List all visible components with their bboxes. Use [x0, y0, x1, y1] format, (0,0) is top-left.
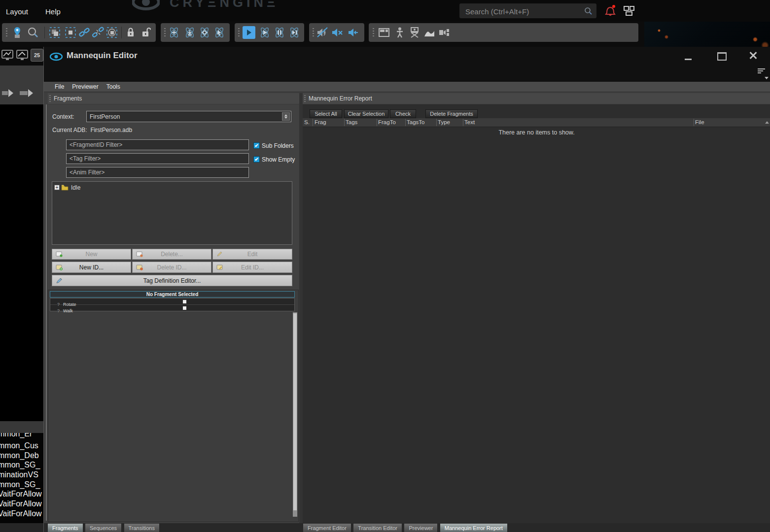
character-icon[interactable] [393, 26, 406, 39]
column-fragto[interactable]: FragTo [378, 119, 396, 125]
unlink-icon[interactable] [92, 26, 105, 39]
column-tagsto[interactable]: TagsTo [407, 119, 424, 125]
fragment-tree[interactable]: + Idle [52, 181, 292, 245]
panel-layout-icon[interactable] [378, 26, 390, 39]
physics-export-icon[interactable] [183, 26, 196, 39]
column-separator[interactable] [313, 119, 313, 126]
zoom-icon[interactable] [27, 26, 39, 39]
menu-help[interactable]: Help [45, 7, 61, 16]
column-separator[interactable] [344, 119, 345, 126]
playback-arrow-icon[interactable] [1, 88, 16, 98]
director-chair-icon[interactable] [408, 26, 421, 39]
tab-transition-editor[interactable]: Transition Editor [353, 524, 402, 532]
layout-windows-icon[interactable] [623, 5, 635, 17]
search-icon[interactable] [584, 6, 593, 15]
drag-handle[interactable] [6, 28, 7, 37]
delete-fragments-button[interactable]: Delete Fragments [425, 109, 478, 118]
physics-add-icon[interactable] [168, 26, 180, 39]
drag-handle[interactable] [373, 28, 374, 37]
close-button[interactable] [749, 51, 757, 59]
zoom-percent-icon[interactable]: 25 [31, 49, 43, 62]
coordinates-pin-icon[interactable] [11, 26, 24, 39]
column-type[interactable]: Type [438, 119, 450, 125]
panel-drag-handle[interactable] [49, 95, 51, 102]
tag-definition-editor-button[interactable]: Tag Definition Editor... [52, 275, 292, 286]
tag-filter-input[interactable]: <Tag Filter> [66, 153, 249, 164]
clear-selection-button[interactable]: Clear Selection [344, 109, 388, 118]
window-menu-tools[interactable]: Tools [103, 83, 124, 90]
minimize-button[interactable] [685, 59, 692, 60]
link-icon[interactable] [78, 26, 91, 39]
window-menu-file[interactable]: File [51, 83, 68, 90]
drag-handle[interactable] [238, 28, 240, 37]
edit-id-button[interactable]: Edit ID... [212, 262, 292, 273]
check-button[interactable]: Check [390, 109, 416, 118]
anim-filter-input[interactable]: <Anim Filter> [66, 167, 249, 178]
unlock-icon[interactable] [139, 26, 152, 39]
global-search-input[interactable] [464, 3, 580, 19]
panel-drag-handle[interactable] [304, 95, 306, 102]
context-combobox[interactable]: FirstPerson [86, 111, 291, 122]
tree-item-label[interactable]: Idle [71, 184, 80, 191]
tab-mannequin-error-report[interactable]: Mannequin Error Report [440, 524, 508, 532]
column-separator[interactable] [463, 119, 463, 126]
context-spinner[interactable] [282, 112, 290, 121]
sub-folders-checkbox[interactable]: ✔ [253, 142, 260, 149]
edit-button[interactable]: Edit [212, 249, 292, 260]
window-titlebar[interactable]: Mannequin Editor [44, 47, 770, 82]
physics-step-icon[interactable] [288, 26, 301, 39]
new-button[interactable]: New [52, 249, 131, 260]
audio-stop-icon[interactable] [331, 26, 344, 39]
column-text[interactable]: Text [464, 119, 475, 125]
panel-menu-icon[interactable] [758, 68, 769, 81]
menu-layout[interactable]: Layout [6, 7, 28, 16]
tab-previewer[interactable]: Previewer [404, 524, 438, 532]
maximize-button[interactable] [717, 52, 727, 61]
playback-arrow-icon[interactable] [19, 88, 35, 98]
show-empty-checkbox[interactable]: ✔ [253, 156, 260, 163]
select-group-icon[interactable] [48, 26, 61, 39]
tag-walk-checkbox[interactable] [182, 306, 187, 310]
chart-monitor-icon[interactable] [16, 49, 29, 62]
physics-play-icon[interactable] [258, 26, 271, 39]
drag-handle[interactable] [313, 28, 314, 37]
fragment-id-filter-input[interactable]: <FragmentID Filter> [66, 139, 249, 150]
column-separator[interactable] [694, 119, 694, 126]
physics-select-icon[interactable] [213, 26, 226, 39]
column-file[interactable]: File [695, 119, 704, 125]
tab-fragments[interactable]: Fragments [48, 524, 83, 532]
tag-panel-scrollbar[interactable] [293, 312, 297, 517]
select-all-button[interactable]: Select All [310, 109, 342, 118]
chart-monitor-icon[interactable] [1, 49, 14, 62]
delete-button[interactable]: Delete... [132, 249, 211, 260]
error-report-panel-header[interactable]: Mannequin Error Report [303, 93, 770, 104]
lock-icon[interactable] [124, 26, 137, 39]
tab-fragment-editor[interactable]: Fragment Editor [303, 524, 351, 532]
column-separator[interactable] [377, 119, 377, 126]
play-icon[interactable] [243, 26, 255, 39]
window-left-rail[interactable] [46, 104, 47, 521]
tag-row-walk[interactable]: Walk [63, 305, 73, 314]
notifications-bell-icon[interactable] [604, 4, 616, 17]
tab-transitions[interactable]: Transitions [124, 524, 160, 532]
curve-graph-icon[interactable] [423, 26, 436, 39]
tab-sequences[interactable]: Sequences [85, 524, 122, 532]
new-id-button[interactable]: New ID... [52, 262, 131, 273]
tree-expand-icon[interactable]: + [54, 185, 60, 190]
isolate-selection-icon[interactable] [105, 26, 118, 39]
audio-listen-icon[interactable] [347, 26, 359, 39]
panel-splitter[interactable] [299, 93, 303, 523]
console-log[interactable]: mmon_Er mmon_Cus mmon_Deb mmon_SG_ minat… [0, 433, 43, 523]
column-selected[interactable]: S. [304, 119, 310, 125]
window-menu-previewer[interactable]: Previewer [68, 83, 102, 90]
camera-split-icon[interactable] [438, 26, 451, 39]
delete-id-button[interactable]: Delete ID... [132, 262, 211, 273]
audio-mute-icon[interactable] [316, 26, 329, 39]
fragments-panel-header[interactable]: Fragments [48, 93, 299, 104]
sort-indicator-icon[interactable] [765, 121, 769, 124]
physics-settings-icon[interactable] [198, 26, 211, 39]
column-frag[interactable]: Frag [315, 119, 326, 125]
drag-handle[interactable] [164, 28, 166, 37]
physics-pause-icon[interactable] [273, 26, 286, 39]
column-separator[interactable] [405, 119, 406, 126]
